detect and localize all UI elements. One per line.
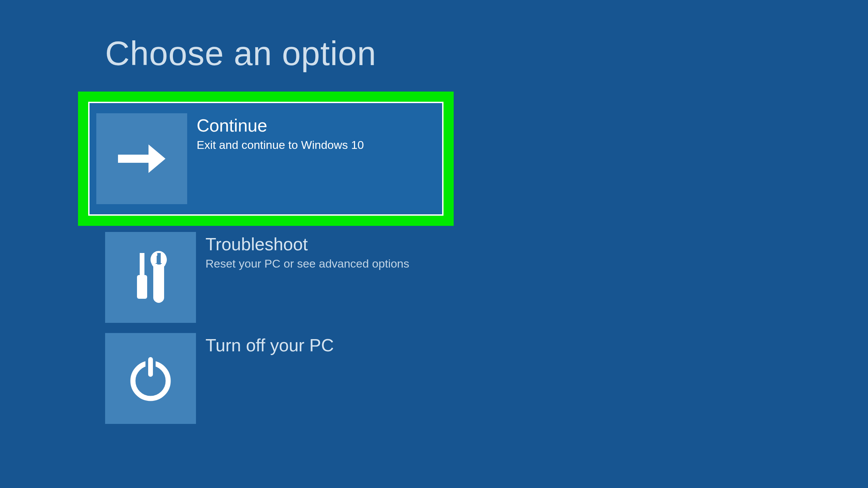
option-troubleshoot[interactable]: Troubleshoot Reset your PC or see advanc…	[105, 232, 868, 323]
option-troubleshoot-title: Troubleshoot	[205, 234, 868, 254]
page-title: Choose an option	[105, 34, 868, 73]
option-turnoff-text: Turn off your PC	[205, 333, 868, 358]
option-turnoff-title: Turn off your PC	[205, 335, 868, 355]
power-icon	[105, 333, 196, 424]
option-continue-desc: Exit and continue to Windows 10	[197, 138, 432, 152]
option-turnoff[interactable]: Turn off your PC	[105, 333, 868, 424]
svg-rect-3	[156, 275, 161, 300]
options-list: Continue Exit and continue to Windows 10	[105, 92, 868, 434]
option-continue-text: Continue Exit and continue to Windows 10	[197, 113, 432, 152]
tools-icon	[105, 232, 196, 323]
option-troubleshoot-desc: Reset your PC or see advanced options	[205, 257, 868, 270]
arrow-right-icon	[96, 113, 187, 204]
svg-rect-0	[140, 253, 144, 275]
svg-rect-6	[148, 357, 153, 377]
annotation-highlight: Continue Exit and continue to Windows 10	[78, 92, 454, 226]
option-troubleshoot-text: Troubleshoot Reset your PC or see advanc…	[205, 232, 868, 270]
svg-rect-1	[137, 275, 147, 299]
svg-rect-2	[157, 253, 161, 265]
recovery-options-screen: Choose an option Continue Exit and conti…	[0, 0, 868, 434]
option-continue[interactable]: Continue Exit and continue to Windows 10	[88, 102, 443, 216]
option-continue-title: Continue	[197, 115, 432, 136]
